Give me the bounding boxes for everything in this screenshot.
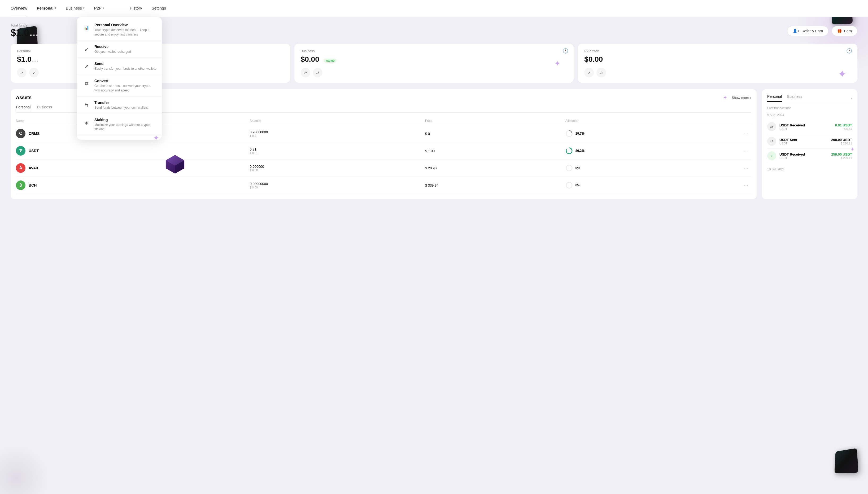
- avax-price: $ 20.90: [425, 166, 566, 170]
- tx-row: ⇄ USDT Sent USDT 260.00 USDT $ 260.11: [767, 134, 852, 149]
- svg-point-5: [566, 182, 572, 188]
- col-balance: Balance: [250, 119, 425, 123]
- nav-item-personal[interactable]: Personal ▾: [37, 1, 56, 16]
- avax-more-button[interactable]: ···: [741, 165, 751, 171]
- business-convert-button[interactable]: ⇄: [313, 68, 322, 77]
- p2p-card-title: P2P trade: [584, 49, 851, 53]
- table-row: A AVAX 0.000000 $ 0.00 $ 20.90 0% ···: [16, 159, 751, 177]
- dropdown-convert-title: Convert: [94, 79, 156, 83]
- dropdown-item-text: Convert Get the best rates – convert you…: [94, 79, 156, 93]
- tx-info-received1: USDT Received USDT: [779, 123, 832, 130]
- bch-alloc-percent: 0%: [575, 184, 580, 187]
- nav-item-history[interactable]: History: [130, 1, 142, 16]
- clock-icon-p2p: 🕐: [846, 48, 852, 54]
- chevron-down-icon: ▾: [103, 6, 104, 10]
- tx-row: ⇄ USDT Received USDT 0.81 USDT $ 0.81: [767, 119, 852, 134]
- coin-cell-bch: ₿ BCH: [16, 180, 250, 190]
- tx-icon-received2: ✓: [767, 151, 776, 160]
- dropdown-receive-title: Receive: [94, 44, 131, 49]
- nav-item-settings[interactable]: Settings: [152, 1, 166, 16]
- nav-item-overview[interactable]: Overview: [11, 1, 27, 16]
- show-more-button[interactable]: Show more ›: [732, 96, 751, 100]
- tx-icon-sent: ⇄: [767, 137, 776, 146]
- dropdown-item-text: Transfer Send funds between your own wal…: [94, 100, 148, 110]
- dropdown-item-send[interactable]: ↗ Send Easily transfer your funds to ano…: [77, 58, 162, 75]
- dropdown-send-desc: Easily transfer your funds to another wa…: [94, 66, 156, 71]
- chevron-right-icon: ›: [750, 96, 751, 100]
- dropdown-item-transfer[interactable]: ⇆ Transfer Send funds between your own w…: [77, 97, 162, 114]
- sparkle-assets: ✦: [723, 94, 727, 101]
- earn-button[interactable]: 🎁 Earn: [832, 26, 857, 36]
- nav-business-label: Business: [66, 6, 82, 10]
- crms-more-button[interactable]: ···: [741, 131, 751, 136]
- bch-name: BCH: [29, 183, 37, 187]
- tx-title-received2: USDT Received: [779, 152, 828, 156]
- usdt-balance-main: 0.81: [250, 147, 425, 151]
- dropdown-item-title: Personal Overview: [94, 23, 156, 27]
- col-allocation: Allocation: [566, 119, 741, 123]
- tx-amount-col-received2: 259.00 USDT $ 259.11: [831, 152, 852, 159]
- table-row: ₮ USDT 0.81 $ 0.81 $ 1.00 80.2% ···: [16, 142, 751, 159]
- usdt-price: $ 1.00: [425, 149, 566, 153]
- bch-alloc-circle: [566, 182, 573, 189]
- bch-balance-usd: $ 0.00: [250, 186, 425, 189]
- dropdown-item-receive[interactable]: ↙ Receive Get your wallet recharged: [77, 41, 162, 58]
- dropdown-item-personal-overview[interactable]: 📊 Personal Overview Your crypto deserves…: [77, 19, 162, 41]
- tx-nav-arrow[interactable]: ›: [850, 95, 852, 101]
- tx-subtitle-sent: USDT: [779, 142, 828, 145]
- refer-earn-label: Refer & Earn: [801, 29, 823, 33]
- p2p-send-button[interactable]: ↗: [584, 68, 594, 77]
- bch-alloc: 0%: [566, 182, 741, 189]
- transactions-panel: Personal Business › Last transactions 5 …: [762, 89, 857, 199]
- usdt-more-button[interactable]: ···: [741, 148, 751, 154]
- total-funds-left: Total funds $1.0…: [11, 23, 39, 38]
- tx-tab-personal[interactable]: Personal: [767, 94, 782, 102]
- tx-usd-received2: $ 259.11: [831, 156, 852, 159]
- nav-overview-label: Overview: [11, 6, 27, 10]
- tx-amount-received1: 0.81 USDT: [835, 123, 852, 127]
- earn-label: Earn: [844, 29, 852, 33]
- dropdown-item-staking[interactable]: ◈ Staking Maximize your earnings with ou…: [77, 114, 162, 136]
- dropdown-item-convert[interactable]: ⇄ Convert Get the best rates – convert y…: [77, 75, 162, 97]
- bar-chart-icon: 📊: [82, 23, 91, 32]
- avax-alloc-circle: [566, 164, 573, 172]
- crms-balance-usd: $ 0.2: [250, 134, 425, 137]
- crms-alloc-percent: 19.7%: [575, 132, 585, 135]
- nav-settings-label: Settings: [152, 6, 166, 10]
- last-tx-label: Last transactions: [767, 106, 852, 110]
- tx-title-sent: USDT Sent: [779, 138, 828, 142]
- navbar: Overview Personal ▾ Business ▾ P2P ▾ His…: [0, 0, 868, 17]
- wallet-card-business: 🕐 Business $0.00 +$0.00 ↗ ⇄ ✦: [294, 44, 574, 83]
- p2p-convert-button[interactable]: ⇄: [596, 68, 606, 77]
- gift-icon: 🎁: [837, 29, 842, 33]
- assets-tab-personal[interactable]: Personal: [16, 105, 31, 112]
- bch-price: $ 339.34: [425, 184, 566, 187]
- dropdown-convert-desc: Get the best rates – convert your crypto…: [94, 84, 156, 93]
- refer-earn-button[interactable]: 👤+ Refer & Earn: [787, 26, 829, 36]
- bch-more-button[interactable]: ···: [741, 183, 751, 188]
- user-plus-icon: 👤+: [793, 29, 799, 33]
- dropdown-send-title: Send: [94, 61, 156, 66]
- personal-receive-button[interactable]: ↙: [29, 68, 39, 77]
- assets-header-right: ✦ Show more ›: [723, 94, 751, 101]
- clock-icon: 🕐: [562, 48, 568, 54]
- send-icon: ↗: [82, 62, 91, 71]
- crms-name: CRMS: [29, 131, 39, 136]
- assets-tab-business[interactable]: Business: [37, 105, 52, 112]
- dropdown-item-text: Send Easily transfer your funds to anoth…: [94, 61, 156, 71]
- nav-item-business[interactable]: Business ▾: [66, 1, 85, 16]
- staking-icon: ◈: [82, 118, 91, 127]
- usdt-balance: 0.81 $ 0.81: [250, 147, 425, 154]
- dropdown-item-text: Receive Get your wallet recharged: [94, 44, 131, 54]
- personal-send-button[interactable]: ↗: [17, 68, 26, 77]
- tx-tab-business[interactable]: Business: [787, 94, 802, 102]
- total-funds-label: Total funds: [11, 23, 39, 27]
- tx-usd-sent: $ 260.11: [831, 142, 852, 145]
- tx-amount-col-received1: 0.81 USDT $ 0.81: [835, 123, 852, 130]
- crms-balance: 0.20000000 $ 0.2: [250, 130, 425, 137]
- dropdown-transfer-desc: Send funds between your own wallets: [94, 106, 148, 110]
- bch-balance-main: 0.00000000: [250, 182, 425, 186]
- avax-alloc: 0%: [566, 164, 741, 172]
- business-send-button[interactable]: ↗: [301, 68, 310, 77]
- nav-item-p2p[interactable]: P2P ▾: [94, 1, 104, 16]
